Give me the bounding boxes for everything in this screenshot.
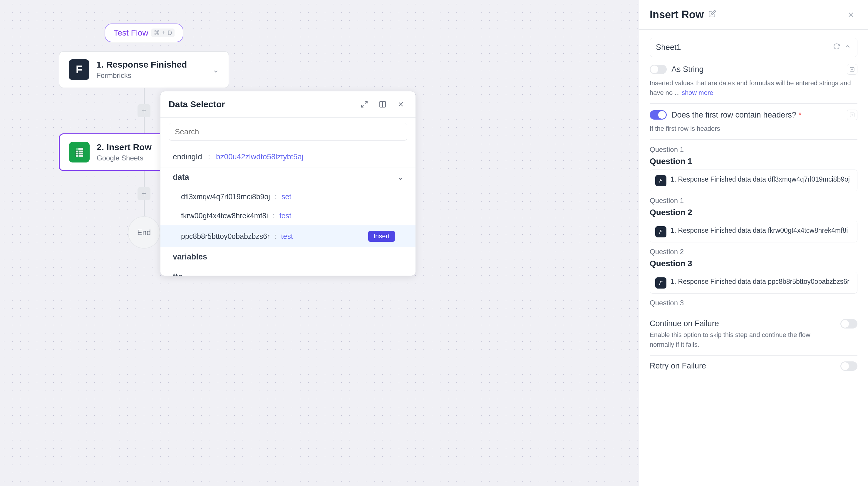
- divider-1: [650, 103, 858, 104]
- as-string-helper: Inserted values that are dates and formu…: [650, 78, 858, 97]
- refresh-icon[interactable]: [833, 43, 840, 52]
- q2-section-label: Question 1: [650, 196, 858, 205]
- section-data[interactable]: data ⌄: [160, 168, 415, 187]
- section-variables[interactable]: variables: [160, 247, 415, 267]
- divider-3: [650, 313, 858, 313]
- test-flow-label: Test Flow: [114, 28, 148, 38]
- formbricks-icon: F: [69, 59, 89, 80]
- first-row-headers-label: Does the first row contain headers? *: [672, 111, 847, 120]
- node-1-chevron[interactable]: ⌄: [212, 65, 219, 74]
- first-row-func-icon[interactable]: [847, 110, 858, 120]
- if-first-row-helper: If the first row is headers: [650, 124, 858, 133]
- first-row-headers-toggle[interactable]: [650, 110, 667, 120]
- first-row-headers-row: Does the first row contain headers? *: [650, 110, 858, 120]
- q3-value-box[interactable]: F 1. Response Finished data data ppc8b8r…: [650, 272, 858, 294]
- item-key: endingId: [173, 152, 202, 161]
- section-ttc-label: ttc: [173, 272, 183, 276]
- end-node: End: [128, 216, 160, 249]
- test-flow-button[interactable]: Test Flow ⌘ + D: [104, 24, 183, 42]
- expand-icon[interactable]: [358, 98, 371, 111]
- q1-value-text: 1. Response Finished data data dfl3xmqw4…: [671, 175, 850, 184]
- q1-section-label: Question 1: [650, 146, 858, 154]
- q2-value-box[interactable]: F 1. Response Finished data data fkrw00g…: [650, 221, 858, 242]
- divider-2: [650, 139, 858, 140]
- insert-button[interactable]: Insert: [368, 231, 395, 242]
- sub-value: test: [281, 232, 293, 241]
- q2-icon: F: [655, 226, 666, 237]
- edit-title-icon[interactable]: [708, 10, 716, 20]
- divider-4: [650, 355, 858, 356]
- retry-on-failure-toggle[interactable]: [840, 361, 858, 371]
- connector-3: [144, 171, 145, 187]
- sub-value: set: [281, 192, 291, 201]
- node-response-finished[interactable]: F 1. Response Finished Formbricks ⌄: [59, 51, 229, 88]
- layout-icon[interactable]: [376, 98, 389, 111]
- close-data-selector-button[interactable]: [394, 98, 407, 111]
- continue-on-failure-row: Continue on Failure Enable this option t…: [650, 319, 858, 350]
- sheet-selector-icons: [833, 43, 851, 52]
- list-item: endingId : bz00u42zlwdto58lztybt5aj: [160, 146, 415, 168]
- retry-on-failure-label: Retry on Failure: [650, 361, 835, 370]
- connector-2: [144, 117, 145, 133]
- right-panel-header: Insert Row: [639, 0, 868, 30]
- as-string-toggle[interactable]: [650, 65, 667, 74]
- section-variables-label: variables: [173, 252, 207, 262]
- sub-item-fkrw: fkrw00gt4x4tcw8hrek4mf8i : test: [160, 206, 415, 225]
- q3-value-text: 1. Response Finished data data ppc8b8r5b…: [671, 277, 849, 286]
- sheets-icon: [69, 142, 90, 162]
- add-step-button-1[interactable]: +: [137, 104, 150, 117]
- item-value: bz00u42zlwdto58lztybt5aj: [216, 152, 304, 161]
- test-flow-shortcut: ⌘ + D: [151, 29, 175, 37]
- chevron-up-down-icon[interactable]: [844, 43, 851, 52]
- q1-field-label: Question 1: [650, 157, 858, 166]
- q3-field-label: Question 3: [650, 259, 858, 268]
- connector-1: [144, 88, 145, 104]
- svg-line-8: [362, 105, 364, 107]
- as-string-row: As String: [650, 64, 858, 74]
- section-data-label: data: [173, 173, 189, 182]
- right-panel-title: Insert Row: [650, 8, 704, 21]
- data-selector-header: Data Selector: [160, 91, 415, 118]
- sub-item-ppc8: ppc8b8r5bttoy0obabzbzs6r : test Insert: [160, 225, 415, 247]
- sub-key: fkrw00gt4x4tcw8hrek4mf8i: [181, 212, 268, 220]
- canvas-area: Test Flow ⌘ + D F 1. Response Finished F…: [0, 0, 639, 486]
- right-panel-body: Sheet1 As String: [639, 30, 868, 486]
- sheet-selector[interactable]: Sheet1: [650, 38, 858, 57]
- section-data-chevron: ⌄: [397, 173, 403, 182]
- sub-item-dfl3: dfl3xmqw4q7rl019mci8b9oj : set: [160, 187, 415, 206]
- sheet-selector-value: Sheet1: [656, 43, 681, 52]
- sub-value: test: [279, 212, 291, 220]
- node-1-content: 1. Response Finished Formbricks: [96, 60, 206, 80]
- data-selector-search[interactable]: [160, 118, 415, 146]
- q1-value-box[interactable]: F 1. Response Finished data data dfl3xmq…: [650, 170, 858, 191]
- data-selector-panel: Data Selector: [160, 91, 416, 276]
- right-panel: Insert Row Sheet1: [639, 0, 868, 486]
- q2-value-text: 1. Response Finished data data fkrw00gt4…: [671, 226, 848, 235]
- node-1-title: 1. Response Finished: [96, 60, 206, 70]
- as-string-func-icon[interactable]: [847, 64, 858, 74]
- q3-bottom-label: Question 3: [650, 299, 858, 307]
- show-more-link[interactable]: show more: [682, 89, 713, 96]
- sub-key: dfl3xmqw4q7rl019mci8b9oj: [181, 192, 270, 201]
- continue-on-failure-desc: Enable this option to skip this step and…: [650, 330, 835, 350]
- retry-on-failure-row: Retry on Failure: [650, 361, 858, 371]
- required-asterisk: *: [798, 111, 802, 119]
- q3-icon: F: [655, 277, 666, 288]
- q2-field-label: Question 2: [650, 208, 858, 217]
- svg-rect-6: [75, 148, 79, 150]
- q1-icon: F: [655, 175, 666, 186]
- data-selector-title: Data Selector: [169, 99, 225, 109]
- q3-section-label: Question 2: [650, 248, 858, 256]
- section-ttc[interactable]: ttc ⌄: [160, 267, 415, 276]
- search-input[interactable]: [169, 123, 407, 141]
- section-ttc-chevron: ⌄: [397, 273, 403, 276]
- data-selector-header-icons: [358, 98, 407, 111]
- close-right-panel-button[interactable]: [844, 8, 858, 21]
- add-step-button-2[interactable]: +: [137, 187, 150, 200]
- as-string-label: As String: [672, 65, 847, 74]
- formbricks-letter: F: [76, 63, 82, 76]
- svg-line-7: [365, 101, 367, 104]
- data-selector-list: endingId : bz00u42zlwdto58lztybt5aj data…: [160, 146, 415, 276]
- continue-on-failure-toggle[interactable]: [840, 319, 858, 329]
- connector-4: [144, 200, 145, 216]
